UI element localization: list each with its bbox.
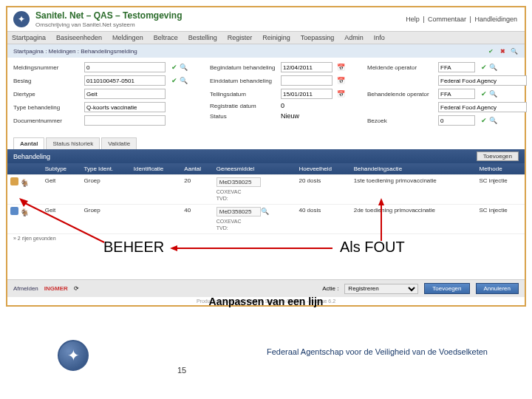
eind-label: Einddatum behandeling [210,78,276,84]
arrow-left-icon [170,245,332,251]
col-ident: Identificatie [131,163,182,175]
diertype-select[interactable] [84,89,166,99]
meldende2-input[interactable] [438,75,527,86]
col-actie: Behandelingsactie [351,163,477,175]
section-header: Behandeling Toevoegen [7,149,525,163]
tab-validatie[interactable]: Validatie [101,137,137,149]
calendar-icon[interactable]: 📅 [337,90,345,98]
close-icon[interactable]: ✖ [498,47,507,55]
telling-label: Tellingsdatum [210,91,276,98]
breadcrumb-text: Startpagina : Meldingen : Behandelingsme… [13,48,137,55]
search-icon[interactable]: 🔍 [180,77,188,85]
comment-link[interactable]: Commentaar [428,16,466,23]
calendar-icon[interactable]: 📅 [337,64,345,72]
menu-bestelling[interactable]: Bestelling [188,34,217,41]
meldende-label: Meldende operator [367,64,434,71]
behand-label: Behandelende operator [367,91,434,98]
menu-admin[interactable]: Admin [344,34,364,41]
begin-label: Begindatum behandeling [210,64,276,71]
col-hoeveelheid: Hoeveelheid [296,163,350,175]
tvd-label: TVD: [216,225,228,231]
menu-info[interactable]: Info [374,34,385,41]
meldende-input[interactable] [438,62,475,72]
cell-meth: SC injectie [477,205,525,234]
col-geneesmiddel: Geneesmiddel [214,163,296,175]
form-area: Meldingsnummer✔🔍 Beslag✔🔍 Diertype Type … [7,58,525,133]
eind-input[interactable] [281,75,332,86]
behand-input[interactable] [438,89,475,99]
docnr-input[interactable] [84,115,166,126]
check-icon[interactable]: ✔ [170,64,178,72]
org-logo-icon: ✦ [58,340,89,371]
manage-icon[interactable] [10,207,18,215]
begin-input[interactable] [281,62,332,72]
check-icon[interactable]: ✔ [486,47,495,55]
arrow-diag-icon [19,198,108,244]
meldingsnummer-label: Meldingsnummer [13,64,80,71]
logout-link[interactable]: Afmelden [13,285,38,292]
manuals-link[interactable]: Handleidingen [474,16,517,23]
menu-basiseenheden[interactable]: Basiseenheden [56,34,102,41]
search-icon[interactable]: 🔍 [489,117,497,125]
telling-input[interactable] [281,89,332,99]
check-icon[interactable]: ✔ [480,90,488,98]
tab-aantal[interactable]: Aantal [13,137,44,149]
menu-toepassing[interactable]: Toepassing [301,34,335,41]
add-button[interactable]: Toevoegen [477,151,519,161]
menubar: Startpagina Basiseenheden Meldingen Belt… [7,31,525,44]
calendar-icon[interactable]: 📅 [337,77,345,85]
med-code: MeD358025 [216,207,261,216]
search-icon[interactable]: 🔍 [180,64,188,72]
app-title: Sanitel. Net – QAS – Testomgeving [35,10,183,21]
toevoegen-button[interactable]: Toevoegen [424,283,469,294]
check-icon[interactable]: ✔ [480,64,488,72]
svg-marker-1 [170,245,177,251]
tab-status-historiek[interactable]: Status historiek [46,137,100,149]
app-subtitle: Omschrijving van Sanitel.Net systeem [35,21,183,28]
cell-meth: SC injectie [477,175,525,205]
svg-marker-3 [19,198,28,207]
app-window: ✦ Sanitel. Net – QAS – Testomgeving Omsc… [6,6,526,307]
med-name: COXEVAC [216,189,242,194]
type-select[interactable] [84,102,166,112]
cell-actie: 1ste toediening primovaccinatie [351,175,477,205]
col-subtype: Subtype [42,163,81,175]
username: INGMER [44,285,68,292]
arrow-up-icon [378,198,384,241]
help-link[interactable]: Help [406,16,420,23]
beslag-input[interactable] [84,75,166,86]
slide-caption: Aanpassen van een lijn [0,296,532,307]
check-icon[interactable]: ✔ [170,77,178,85]
reg-value: 0 [281,102,284,109]
annotation-beheer: BEHEER [103,239,164,256]
search-icon[interactable]: 🔍 [510,47,519,55]
menu-beltrace[interactable]: Beltrace [154,34,178,41]
behand2-input[interactable] [438,102,527,112]
svg-line-2 [24,202,104,242]
annuleren-button[interactable]: Annuleren [476,283,519,294]
titlebar: ✦ Sanitel. Net – QAS – Testomgeving Omsc… [7,7,525,31]
check-icon[interactable]: ✔ [480,117,488,125]
cell-hoev: 40 dosis [296,205,350,234]
status-value: Nieuw [281,112,299,120]
col-methode: Methode [477,163,525,175]
refresh-icon[interactable]: ⟳ [74,285,79,292]
breadcrumb: Startpagina : Meldingen : Behandelingsme… [7,44,525,58]
docnr-label: Documentnummer [13,117,80,124]
meldingsnummer-input[interactable] [84,62,166,72]
menu-meldingen[interactable]: Meldingen [112,34,143,41]
edit-icon[interactable] [10,177,18,185]
cell-ident [131,175,182,205]
search-icon[interactable]: 🔍 [261,208,269,216]
actie-select[interactable]: Registreren [344,284,418,294]
menu-register[interactable]: Register [228,34,253,41]
menu-startpagina[interactable]: Startpagina [12,34,46,41]
annotation-alsfout: Als FOUT [340,239,405,256]
bezoek-input[interactable] [438,115,475,126]
reg-label: Registratie datum [210,103,276,109]
footer-org: Federaal Agentschap voor de Veiligheid v… [267,347,488,356]
type-label: Type behandeling [13,104,80,111]
menu-reiniging[interactable]: Reiniging [262,34,290,41]
search-icon[interactable]: 🔍 [489,90,497,98]
search-icon[interactable]: 🔍 [489,64,497,72]
